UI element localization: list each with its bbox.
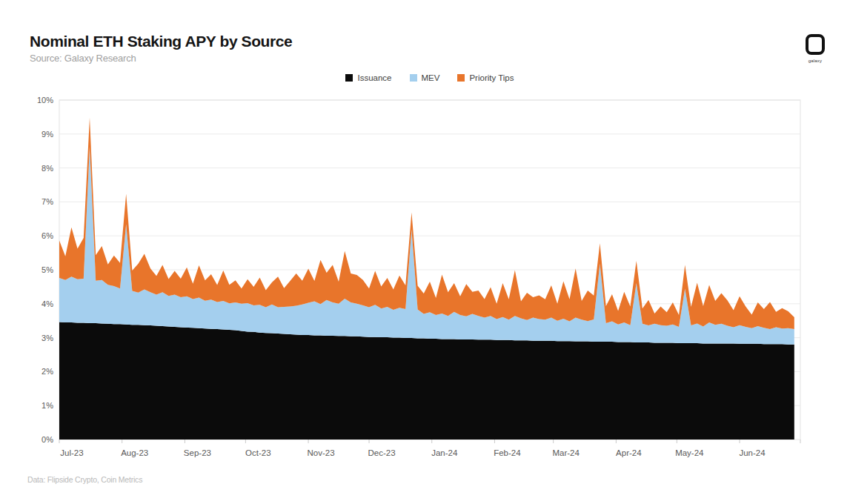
- svg-text:Dec-23: Dec-23: [368, 448, 395, 457]
- svg-text:0%: 0%: [41, 435, 53, 444]
- svg-text:5%: 5%: [41, 265, 53, 274]
- svg-text:1%: 1%: [41, 401, 53, 410]
- svg-text:Apr-24: Apr-24: [616, 448, 642, 457]
- svg-text:3%: 3%: [41, 334, 53, 342]
- svg-text:8%: 8%: [41, 164, 53, 173]
- svg-text:9%: 9%: [41, 130, 53, 139]
- staking-apy-chart-canvas: 0%1%2%3%4%5%6%7%8%9%10%Jul-23Aug-23Sep-2…: [0, 0, 850, 504]
- svg-text:4%: 4%: [41, 299, 53, 308]
- svg-text:Jun-24: Jun-24: [739, 448, 766, 457]
- svg-text:Aug-23: Aug-23: [121, 448, 148, 457]
- svg-text:Nov-23: Nov-23: [308, 448, 335, 457]
- svg-text:7%: 7%: [41, 197, 53, 206]
- svg-text:10%: 10%: [37, 96, 53, 105]
- svg-text:2%: 2%: [41, 367, 53, 376]
- svg-text:Jan-24: Jan-24: [431, 448, 458, 457]
- svg-text:6%: 6%: [41, 231, 53, 240]
- data-source-footnote: Data: Flipside Crypto, Coin Metrics: [27, 475, 142, 484]
- svg-text:Mar-24: Mar-24: [552, 448, 580, 457]
- svg-text:Oct-23: Oct-23: [245, 448, 271, 457]
- staking-apy-chart: 0%1%2%3%4%5%6%7%8%9%10%Jul-23Aug-23Sep-2…: [0, 0, 850, 504]
- svg-text:Sep-23: Sep-23: [184, 448, 211, 457]
- svg-text:Feb-24: Feb-24: [494, 448, 521, 457]
- svg-text:May-24: May-24: [675, 448, 704, 457]
- svg-text:Jul-23: Jul-23: [60, 448, 83, 457]
